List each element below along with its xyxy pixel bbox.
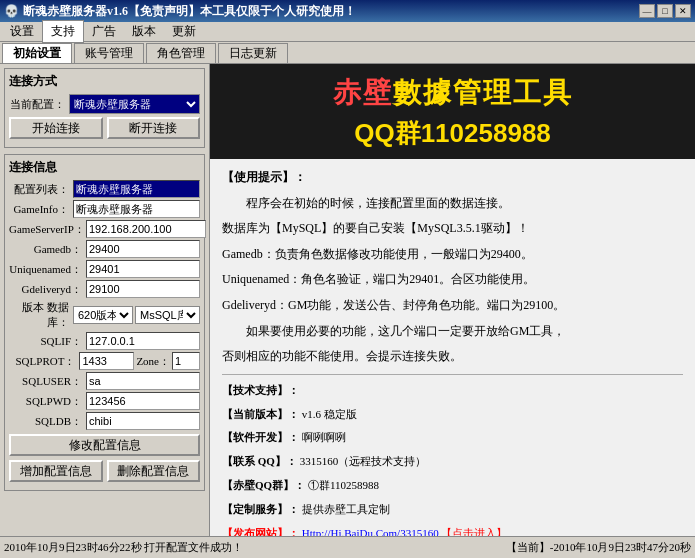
menu-item-ad[interactable]: 广告 — [84, 21, 124, 42]
gamedb-row: Gamedb： — [9, 240, 200, 258]
chibi-qq-row: 【赤壁QQ群】： ①群110258988 — [222, 476, 683, 496]
menu-item-version[interactable]: 版本 — [124, 21, 164, 42]
tips-heading: 【使用提示】： — [222, 167, 683, 189]
sqluser-label: SQLUSER： — [9, 374, 82, 389]
sqlprot-input[interactable] — [79, 352, 134, 370]
banner-title-red: 赤壁 — [333, 77, 393, 108]
tips-block: 【使用提示】： 程序会在初始的时候，连接配置里面的数据连接。 数据库为【MySQ… — [222, 167, 683, 368]
gdeliveryd-input[interactable] — [86, 280, 200, 298]
game-info-row: GameInfo： 断魂赤壁服务器 — [9, 200, 200, 218]
tab-initial-settings[interactable]: 初始设置 — [2, 43, 72, 63]
version-db-row: 版本 数据库： 620版本 MsSQL库 — [9, 300, 200, 330]
qq-row: 【联系 QQ】： 3315160（远程技术支持） — [222, 452, 683, 472]
minimize-button[interactable]: — — [639, 4, 655, 18]
tip6: 如果要使用必要的功能，这几个端口一定要开放给GM工具， — [222, 321, 683, 343]
sqlif-input[interactable] — [86, 332, 200, 350]
modify-config-row: 修改配置信息 — [9, 434, 200, 456]
sqlprot-label: SQLPROT： — [9, 354, 75, 369]
zone-input[interactable] — [172, 352, 200, 370]
tech-support-heading: 【技术支持】： — [222, 381, 683, 401]
delete-config-button[interactable]: 删除配置信息 — [107, 460, 201, 482]
config-list-value: 断魂赤壁服务器 — [73, 180, 200, 198]
tech-support-block: 【技术支持】： 【当前版本】： v1.6 稳定版 【软件开发】： 啊咧啊咧 【联… — [222, 381, 683, 536]
chibi-qq-value: ①群110258988 — [308, 479, 379, 491]
modify-config-button[interactable]: 修改配置信息 — [9, 434, 200, 456]
banner-title: 赤壁數據管理工具 — [226, 74, 679, 112]
connect-btn-row: 开始连接 断开连接 — [9, 117, 200, 139]
tab-log-update[interactable]: 日志更新 — [218, 43, 288, 63]
uniquenamed-label: Uniquenamed： — [9, 262, 82, 277]
status-left: 2010年10月9日23时46分22秒 打开配置文件成功！ — [4, 540, 506, 555]
website-link[interactable]: 【点击进入】 — [441, 527, 507, 536]
banner-title-yellow: 數據管理工具 — [393, 77, 573, 108]
left-panel: 连接方式 当前配置： 断魂赤壁服务器 开始连接 断开连接 连接信息 配置列表： … — [0, 64, 210, 536]
sqluser-row: SQLUSER： — [9, 372, 200, 390]
website-label: 【发布网站】： — [222, 527, 299, 536]
current-config-row: 当前配置： 断魂赤壁服务器 — [9, 94, 200, 114]
custom-row: 【定制服务】： 提供赤壁工具定制 — [222, 500, 683, 520]
add-delete-row: 增加配置信息 删除配置信息 — [9, 460, 200, 482]
sqldb-label: SQLDB： — [9, 414, 82, 429]
game-info-label: GameInfo： — [9, 202, 69, 217]
gamedb-label: Gamedb： — [9, 242, 82, 257]
game-server-ip-label: GameServerIP： — [9, 222, 82, 237]
website-row: 【发布网站】： Http://Hi.BaiDu.Com/3315160 【点击进… — [222, 524, 683, 536]
uniquenamed-row: Uniquenamed： — [9, 260, 200, 278]
connection-info-title: 连接信息 — [9, 159, 200, 176]
banner-qq-number: 110258988 — [421, 118, 551, 148]
start-connect-button[interactable]: 开始连接 — [9, 117, 103, 139]
version-select[interactable]: 620版本 — [73, 306, 133, 324]
title-bar-controls[interactable]: — □ ✕ — [639, 4, 691, 18]
game-server-ip-row: GameServerIP： — [9, 220, 200, 238]
disconnect-button[interactable]: 断开连接 — [107, 117, 201, 139]
tab-bar: 初始设置 账号管理 角色管理 日志更新 — [0, 42, 695, 64]
menu-bar: 设置 支持 广告 版本 更新 — [0, 22, 695, 42]
tip5: Gdeliveryd：GM功能，发送公告、封停角色功能。端口为29100。 — [222, 295, 683, 317]
tip7: 否则相应的功能不能使用。会提示连接失败。 — [222, 346, 683, 368]
window-title: 断魂赤壁服务器v1.6【免责声明】本工具仅限于个人研究使用！ — [23, 3, 356, 20]
website-value[interactable]: Http://Hi.BaiDu.Com/3315160 — [302, 527, 439, 536]
title-bar: 💀 断魂赤壁服务器v1.6【免责声明】本工具仅限于个人研究使用！ — □ ✕ — [0, 0, 695, 22]
uniquenamed-input[interactable] — [86, 260, 200, 278]
qq-value-tech: 3315160（远程技术支持） — [300, 455, 427, 467]
current-config-dropdown[interactable]: 断魂赤壁服务器 — [69, 94, 200, 114]
title-icon: 💀 — [4, 4, 19, 19]
dev-label: 【软件开发】： — [222, 431, 299, 443]
tab-account-management[interactable]: 账号管理 — [74, 43, 144, 63]
config-list-label: 配置列表： — [9, 182, 69, 197]
zone-label: Zone： — [136, 354, 170, 369]
db-select[interactable]: MsSQL库 — [135, 306, 200, 324]
menu-item-settings[interactable]: 设置 — [2, 21, 42, 42]
connect-section: 连接方式 当前配置： 断魂赤壁服务器 开始连接 断开连接 — [4, 68, 205, 148]
connect-section-title: 连接方式 — [9, 73, 200, 90]
add-config-button[interactable]: 增加配置信息 — [9, 460, 103, 482]
banner-qq: QQ群110258988 — [226, 116, 679, 151]
maximize-button[interactable]: □ — [657, 4, 673, 18]
gdeliveryd-row: Gdeliveryd： — [9, 280, 200, 298]
version-row: 【当前版本】： v1.6 稳定版 — [222, 405, 683, 425]
sqlif-row: SQLIF： — [9, 332, 200, 350]
qq-label-tech: 【联系 QQ】： — [222, 455, 297, 467]
menu-item-support[interactable]: 支持 — [42, 20, 84, 43]
version-label: 【当前版本】： — [222, 408, 299, 420]
version-label: 版本 数据库： — [9, 300, 69, 330]
right-panel: 赤壁數據管理工具 QQ群110258988 【使用提示】： 程序会在初始的时候，… — [210, 64, 695, 536]
game-info-value: 断魂赤壁服务器 — [73, 200, 200, 218]
gamedb-input[interactable] — [86, 240, 200, 258]
sqldb-input[interactable] — [86, 412, 200, 430]
game-server-ip-input[interactable] — [86, 220, 206, 238]
title-bar-text: 💀 断魂赤壁服务器v1.6【免责声明】本工具仅限于个人研究使用！ — [4, 3, 356, 20]
tip1: 程序会在初始的时候，连接配置里面的数据连接。 — [222, 193, 683, 215]
sqluser-input[interactable] — [86, 372, 200, 390]
connection-info-section: 连接信息 配置列表： 断魂赤壁服务器 GameInfo： 断魂赤壁服务器 Gam… — [4, 154, 205, 491]
menu-item-update[interactable]: 更新 — [164, 21, 204, 42]
status-bar: 2010年10月9日23时46分22秒 打开配置文件成功！ 【当前】-2010年… — [0, 536, 695, 558]
sqlpwd-input[interactable] — [86, 392, 200, 410]
close-button[interactable]: ✕ — [675, 4, 691, 18]
tab-role-management[interactable]: 角色管理 — [146, 43, 216, 63]
info-content: 【使用提示】： 程序会在初始的时候，连接配置里面的数据连接。 数据库为【MySQ… — [210, 159, 695, 536]
gdeliveryd-label: Gdeliveryd： — [9, 282, 82, 297]
chibi-qq-label: 【赤壁QQ群】： — [222, 479, 305, 491]
config-list-row: 配置列表： 断魂赤壁服务器 — [9, 180, 200, 198]
status-right: 【当前】-2010年10月9日23时47分20秒 — [506, 540, 691, 555]
